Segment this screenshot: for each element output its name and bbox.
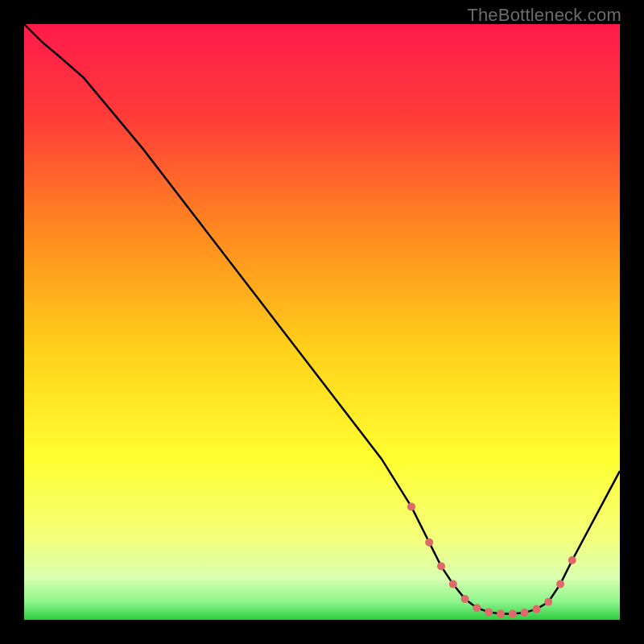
- curve-dot: [437, 562, 445, 570]
- curve-dot: [461, 595, 469, 603]
- curve-dot: [497, 610, 505, 618]
- chart-svg: [24, 24, 620, 620]
- watermark-text: TheBottleneck.com: [467, 5, 621, 26]
- curve-dot: [521, 609, 529, 617]
- curve-dot: [485, 608, 493, 616]
- curve-dot: [407, 502, 415, 510]
- plot-area: [24, 24, 620, 620]
- curve-dot: [509, 610, 517, 618]
- chart-frame: TheBottleneck.com: [0, 0, 644, 644]
- curve-dot: [532, 605, 540, 613]
- curve-dot: [473, 604, 481, 612]
- curve-dot: [425, 539, 433, 547]
- curve-dot: [449, 580, 457, 588]
- curve-dot: [556, 580, 564, 588]
- curve-dot: [544, 598, 552, 606]
- curve-dot: [568, 556, 576, 564]
